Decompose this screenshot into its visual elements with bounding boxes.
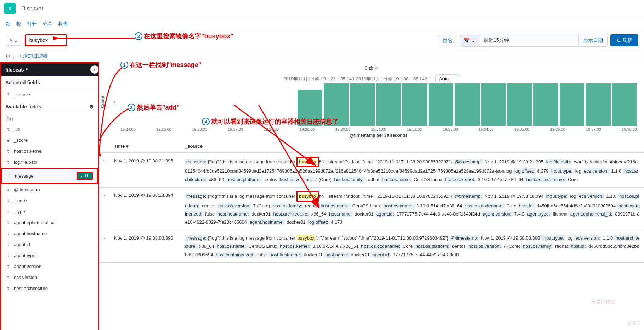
field-key: host.os.family: <box>271 203 304 209</box>
menu-item[interactable]: 救 <box>16 21 21 27</box>
expand-icon[interactable]: › <box>103 191 114 226</box>
chart-bar[interactable] <box>350 83 375 126</box>
field-name: agent.version <box>14 264 41 269</box>
x-tick: 19:30:00 <box>335 127 350 132</box>
chart-bar[interactable] <box>586 83 611 126</box>
top-menu: 新救打开分享检查 <box>0 17 644 31</box>
annotation-text-1: 在这一栏找到"message" <box>130 62 201 69</box>
field-key: host.os.version: <box>467 243 502 249</box>
gear-icon[interactable]: ⚙ <box>89 104 94 110</box>
field-key: host.os.name: <box>215 243 247 249</box>
field-row[interactable]: thost.os.kernel <box>1 146 98 157</box>
field-row[interactable]: tagent.version <box>1 261 98 272</box>
field-name: _type <box>14 209 25 214</box>
chevron-down-icon: ⌄ <box>14 38 18 43</box>
field-key: host.hostname: <box>216 211 250 217</box>
field-name: host.architecture <box>14 286 48 291</box>
chart-bar[interactable] <box>612 83 637 126</box>
app-logo[interactable]: o <box>4 3 16 14</box>
chart-bar[interactable] <box>455 83 480 126</box>
field-row[interactable]: t_type <box>1 206 98 217</box>
field-row[interactable]: thost.architecture <box>1 283 98 294</box>
index-pattern-select[interactable]: filebeat- * <box>1 63 98 76</box>
menu-item[interactable]: 分享 <box>43 21 52 27</box>
field-row[interactable]: tlog.file.path <box>1 157 98 168</box>
column-header-source[interactable]: _source <box>185 144 640 149</box>
chart-y-label: Count <box>100 96 105 108</box>
field-key: agent.type: <box>526 211 551 217</box>
field-row[interactable]: tagent.id <box>1 239 98 250</box>
date-picker[interactable]: 📅 ⌄ 最近15分钟 显示日期 <box>460 34 608 47</box>
search-highlight: busybox <box>298 159 317 164</box>
row-source: message:{"log":"this is a log message fr… <box>185 191 640 226</box>
field-row[interactable]: t_id <box>1 124 98 135</box>
field-name: agent.hostname <box>14 231 47 236</box>
chart-bar[interactable] <box>376 83 401 126</box>
annotation-highlight-box: busybox <box>296 191 318 201</box>
hash-symbol: # <box>10 38 12 43</box>
field-row[interactable]: ⊙@timestamp <box>1 184 98 195</box>
field-row[interactable]: #_score <box>1 135 98 146</box>
field-key: host.containerized: <box>214 252 256 258</box>
field-name: @timestamp <box>14 187 40 192</box>
menu-item[interactable]: 打开 <box>27 21 37 27</box>
menu-item[interactable]: 新 <box>6 21 11 27</box>
table-row: ›Nov 1, 2019 @ 19:38:21.395message:{"log… <box>99 153 644 188</box>
add-filter-link[interactable]: + 添加过滤器 <box>19 53 48 59</box>
interval-select[interactable]: Auto <box>435 74 460 83</box>
field-row[interactable]: tmessageadd <box>1 168 98 184</box>
x-tick: 19:27:00 <box>228 127 243 132</box>
field-row[interactable]: ?_source <box>1 89 98 100</box>
x-tick: 19:32:00 <box>407 127 422 132</box>
row-time: Nov 1, 2019 @ 19:38:18.394 <box>114 191 185 226</box>
x-tick: 19:35:00 <box>514 127 530 132</box>
add-field-button[interactable]: add <box>77 172 93 180</box>
x-tick: 19:24:00 <box>120 127 136 132</box>
chart-bar[interactable] <box>429 83 453 126</box>
field-key: host.id: <box>518 203 535 209</box>
kql-label[interactable]: 昆仑 <box>438 35 457 46</box>
date-range-text[interactable]: 最近15分钟 <box>479 34 578 46</box>
field-type-icon: t <box>5 231 11 236</box>
field-key: message: <box>185 193 208 199</box>
chart-bar[interactable] <box>481 83 506 126</box>
column-header-time[interactable]: Time ▾ <box>114 144 185 149</box>
field-key: agent.ephemeral_id: <box>569 211 614 217</box>
gear-icon[interactable]: ⚙ ⌄ <box>6 53 16 59</box>
field-row[interactable]: tecs.version <box>1 272 98 283</box>
chart-bar[interactable] <box>507 83 532 126</box>
field-row[interactable]: tagent.ephemeral_id <box>1 217 98 228</box>
expand-icon[interactable]: › <box>103 234 114 259</box>
calendar-icon: 📅 ⌄ <box>460 35 479 46</box>
field-key: host.os.version: <box>278 177 313 183</box>
results-area: 1 在这一栏找到"message" 0 命中 2019年11月1日@ 19：23… <box>99 62 644 330</box>
refresh-button[interactable]: ↻ 刷新 <box>610 34 638 46</box>
search-highlight: busybox <box>296 235 315 241</box>
expand-icon[interactable]: › <box>103 157 114 184</box>
row-source: message:{"log":"this is a log message fr… <box>185 157 640 184</box>
chart-bar[interactable] <box>402 83 427 126</box>
field-key: host.os.name: <box>319 203 351 209</box>
histogram-chart[interactable]: Count 2 19:24:0019:25:0019:26:0019:27:00… <box>99 83 644 140</box>
field-row[interactable]: tagent.type <box>1 250 98 261</box>
collapse-sidebar-icon[interactable]: ‹ <box>90 65 99 74</box>
field-type-icon: ? <box>5 93 11 97</box>
fields-sidebar: ‹ filebeat- * Selected fields ?_source A… <box>0 62 99 330</box>
field-type-icon: t <box>5 149 11 154</box>
query-lang-select[interactable]: # ⌄ <box>6 35 22 46</box>
search-query-input[interactable] <box>25 34 67 46</box>
row-time: Nov 1, 2019 @ 19:38:21.395 <box>114 157 185 184</box>
menu-item[interactable]: 检查 <box>58 21 68 27</box>
field-row[interactable]: tagent.hostname <box>1 228 98 239</box>
watermark: 只是到原创 <box>591 299 616 305</box>
chart-bar[interactable] <box>533 83 558 126</box>
field-type-icon: t <box>5 198 11 203</box>
x-tick: 19:36:00 <box>550 127 565 132</box>
field-key: input.type: <box>545 193 569 199</box>
field-type-icon: t <box>5 209 11 214</box>
field-key: ecs.version: <box>577 193 605 199</box>
show-dates-link[interactable]: 显示日期 <box>578 34 607 46</box>
field-row[interactable]: t_index <box>1 195 98 206</box>
selected-fields-header: Selected fields <box>1 76 98 89</box>
chart-bar[interactable] <box>560 83 584 126</box>
